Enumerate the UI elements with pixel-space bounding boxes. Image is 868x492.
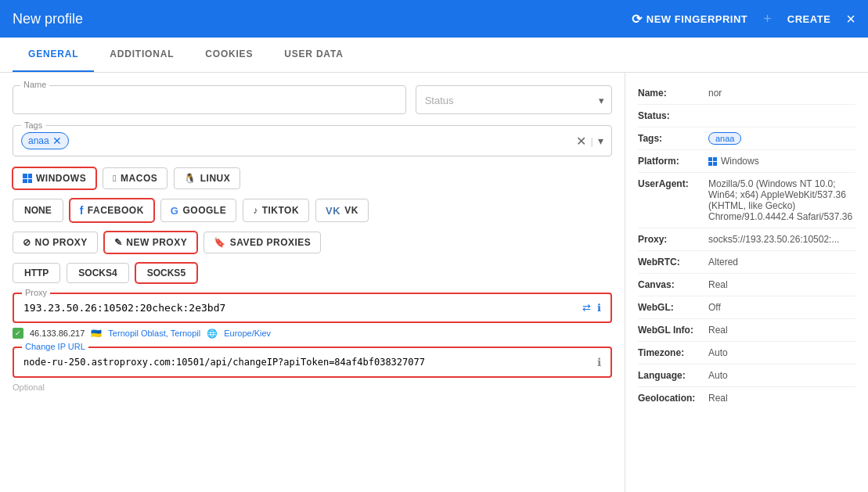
saved-proxies-button[interactable]: 🔖 SAVED PROXIES bbox=[203, 232, 321, 253]
vk-icon: VK bbox=[326, 205, 340, 217]
info-row: Canvas:Real bbox=[638, 274, 855, 296]
protocol-buttons: HTTP SOCKS4 SOCKS5 bbox=[13, 263, 612, 283]
info-row-key: Name: bbox=[638, 88, 708, 99]
windows-icon bbox=[23, 174, 32, 183]
content-area: Name ▾ Status Tags anaa ✕ bbox=[0, 73, 868, 492]
tags-clear-icon[interactable]: ✕ bbox=[576, 134, 586, 149]
info-row-key: Timezone: bbox=[638, 347, 708, 358]
info-row-key: Status: bbox=[638, 110, 708, 121]
modal-header: New profile ⟳ NEW FINGERPRINT + CREATE × bbox=[0, 0, 868, 38]
info-row-value: nor bbox=[708, 88, 855, 99]
socks5-button[interactable]: SOCKS5 bbox=[135, 263, 197, 283]
info-row: Status: bbox=[638, 105, 855, 127]
http-button[interactable]: HTTP bbox=[13, 263, 60, 283]
info-row-value: Off bbox=[708, 302, 855, 313]
tags-divider: | bbox=[591, 135, 593, 147]
status-field-group: ▾ Status bbox=[416, 85, 612, 114]
social-vk-button[interactable]: VK VK bbox=[315, 199, 369, 222]
info-row-value: socks5://193.23.50.26:10502:... bbox=[708, 234, 855, 245]
platform-linux-button[interactable]: 🐧 LINUX bbox=[174, 167, 240, 189]
fingerprint-icon: ⟳ bbox=[632, 12, 643, 27]
status-select[interactable] bbox=[416, 85, 612, 114]
info-row: WebGL:Off bbox=[638, 296, 855, 319]
tags-field: Tags anaa ✕ ✕ | ▾ bbox=[13, 125, 612, 156]
no-proxy-icon: ⊘ bbox=[23, 237, 31, 248]
info-row-value: Windows bbox=[708, 156, 855, 167]
info-row-key: UserAgent: bbox=[638, 178, 708, 189]
info-row: WebGL Info:Real bbox=[638, 319, 855, 342]
info-row-key: WebGL: bbox=[638, 302, 708, 313]
name-status-row: Name ▾ Status bbox=[13, 85, 612, 114]
facebook-icon: f bbox=[80, 204, 84, 217]
name-label: Name bbox=[20, 80, 49, 89]
info-row: Tags:anaa bbox=[638, 127, 855, 150]
info-row-key: WebGL Info: bbox=[638, 325, 708, 336]
tags-content: anaa ✕ bbox=[21, 132, 576, 149]
close-button[interactable]: × bbox=[846, 11, 855, 27]
info-row-value: Auto bbox=[708, 370, 855, 381]
info-row: UserAgent:Mozilla/5.0 (Windows NT 10.0; … bbox=[638, 173, 855, 228]
info-row-key: Canvas: bbox=[638, 279, 708, 290]
tags-chevron-icon[interactable]: ▾ bbox=[598, 135, 603, 147]
info-row-key: WebRTC: bbox=[638, 257, 708, 268]
modal: New profile ⟳ NEW FINGERPRINT + CREATE ×… bbox=[0, 0, 868, 492]
tab-general[interactable]: GENERAL bbox=[13, 38, 94, 72]
platform-buttons: WINDOWS  MACOS 🐧 LINUX bbox=[13, 167, 612, 189]
optional-label: Optional bbox=[13, 382, 612, 392]
change-ip-info-icon[interactable]: ℹ bbox=[597, 356, 601, 368]
linux-icon: 🐧 bbox=[184, 173, 196, 184]
info-row: Platform:Windows bbox=[638, 150, 855, 173]
refresh-icon[interactable]: ⇄ bbox=[582, 302, 591, 314]
info-row-value: Auto bbox=[708, 347, 855, 358]
change-ip-label: Change IP URL bbox=[22, 342, 88, 351]
proxy-info-row: ✓ 46.133.86.217 🇺🇦 Ternopil Oblast, Tern… bbox=[13, 328, 612, 339]
new-proxy-button[interactable]: ✎ NEW PROXY bbox=[104, 232, 197, 253]
modal-title: New profile bbox=[13, 11, 632, 27]
apple-icon:  bbox=[113, 173, 117, 184]
proxy-ip: 46.133.86.217 bbox=[30, 329, 85, 338]
info-row-value: Real bbox=[708, 325, 855, 336]
info-row: Timezone:Auto bbox=[638, 342, 855, 365]
change-ip-field: Change IP URL ℹ bbox=[13, 347, 612, 378]
new-fingerprint-button[interactable]: ⟳ NEW FINGERPRINT bbox=[632, 12, 747, 27]
info-icon[interactable]: ℹ bbox=[597, 302, 601, 314]
proxy-field: Proxy ⇄ ℹ bbox=[13, 293, 612, 323]
info-row-value: Real bbox=[708, 279, 855, 290]
social-none-button[interactable]: NONE bbox=[13, 199, 63, 222]
info-row: WebRTC:Altered bbox=[638, 251, 855, 274]
change-ip-content: ℹ bbox=[23, 356, 601, 368]
name-field-group: Name bbox=[13, 85, 406, 114]
tab-additional[interactable]: ADDITIONAL bbox=[94, 38, 189, 72]
tab-cookies[interactable]: COOKIES bbox=[189, 38, 268, 72]
tag-remove-icon[interactable]: ✕ bbox=[52, 135, 62, 147]
info-row-value: Mozilla/5.0 (Windows NT 10.0; Win64; x64… bbox=[708, 178, 855, 222]
tags-label: Tags bbox=[21, 120, 45, 130]
info-row-key: Language: bbox=[638, 370, 708, 381]
info-row: Geolocation:Real bbox=[638, 387, 855, 409]
edit-icon: ✎ bbox=[114, 237, 123, 248]
windows-icon-small bbox=[708, 157, 717, 166]
social-buttons: NONE f FACEBOOK G GOOGLE ♪ TIKTOK VK VK bbox=[13, 199, 612, 222]
tag-chip-label: anaa bbox=[28, 135, 49, 146]
proxy-input[interactable] bbox=[23, 302, 582, 314]
platform-windows-button[interactable]: WINDOWS bbox=[13, 167, 96, 189]
name-input[interactable] bbox=[13, 85, 406, 114]
no-proxy-button[interactable]: ⊘ NO PROXY bbox=[13, 232, 98, 253]
proxy-timezone: Europe/Kiev bbox=[224, 329, 271, 338]
proxy-field-content: ⇄ ℹ bbox=[23, 302, 601, 314]
social-facebook-button[interactable]: f FACEBOOK bbox=[70, 199, 154, 222]
info-row: Name:nor bbox=[638, 82, 855, 105]
create-button[interactable]: CREATE bbox=[787, 13, 830, 25]
social-tiktok-button[interactable]: ♪ TIKTOK bbox=[243, 199, 309, 222]
platform-macos-button[interactable]:  MACOS bbox=[103, 167, 167, 189]
socks4-button[interactable]: SOCKS4 bbox=[67, 263, 128, 283]
left-panel: Name ▾ Status Tags anaa ✕ bbox=[0, 73, 625, 492]
info-row-key: Geolocation: bbox=[638, 393, 708, 404]
info-row-value: anaa bbox=[708, 133, 855, 144]
change-ip-input[interactable] bbox=[23, 357, 597, 368]
header-divider: + bbox=[763, 11, 772, 27]
info-row-value: Real bbox=[708, 393, 855, 404]
social-google-button[interactable]: G GOOGLE bbox=[160, 199, 236, 222]
tab-user-data[interactable]: USER DATA bbox=[268, 38, 358, 72]
proxy-type-buttons: ⊘ NO PROXY ✎ NEW PROXY 🔖 SAVED PROXIES bbox=[13, 232, 612, 253]
